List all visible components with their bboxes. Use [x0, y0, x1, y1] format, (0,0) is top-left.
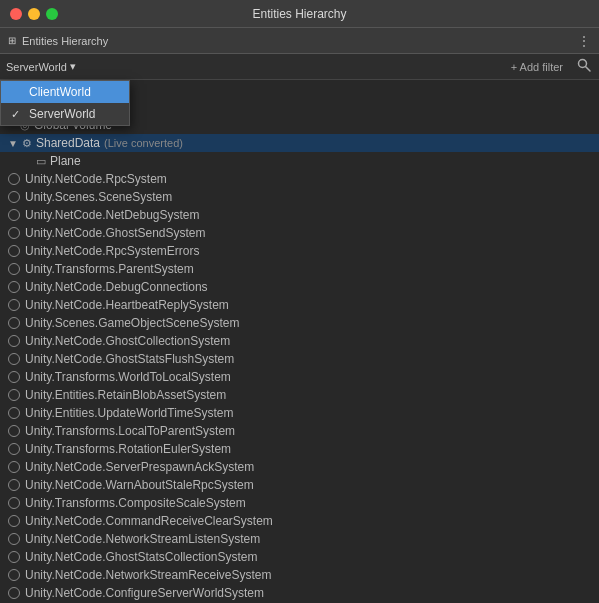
system-circle-icon — [8, 263, 20, 275]
panel-label: Entities Hierarchy — [22, 35, 108, 47]
list-item[interactable]: Unity.Transforms.CompositeScaleSystem — [0, 494, 599, 512]
system-circle-icon — [8, 227, 20, 239]
dropdown-item-clientworld[interactable]: ClientWorld — [1, 81, 129, 103]
list-item[interactable]: Unity.Transforms.RotationEulerSystem — [0, 440, 599, 458]
system-label: Unity.NetCode.HeartbeatReplySystem — [25, 298, 229, 312]
system-circle-icon — [8, 587, 20, 599]
list-item[interactable]: Unity.NetCode.RpcSystem — [0, 170, 599, 188]
system-circle-icon — [8, 335, 20, 347]
system-circle-icon — [8, 371, 20, 383]
check-active-icon: ✓ — [11, 108, 23, 121]
dropdown-item-label: ServerWorld — [29, 107, 95, 121]
list-item[interactable]: Unity.Scenes.SceneSystem — [0, 188, 599, 206]
panel-actions: ⋮ — [577, 33, 591, 49]
live-converted-label: (Live converted) — [104, 137, 183, 149]
system-circle-icon — [8, 533, 20, 545]
system-label: Unity.NetCode.GhostCollectionSystem — [25, 334, 230, 348]
list-item[interactable]: Unity.NetCode.GhostSendSystem — [0, 224, 599, 242]
svg-line-1 — [586, 67, 591, 72]
list-item[interactable]: Unity.NetCode.GhostCollectionSystem — [0, 332, 599, 350]
maximize-button[interactable] — [46, 8, 58, 20]
world-bar-right: + Add filter — [507, 56, 593, 77]
system-circle-icon — [8, 479, 20, 491]
dropdown-item-label: ClientWorld — [29, 85, 91, 99]
search-button[interactable] — [575, 56, 593, 77]
dropdown-item-serverworld[interactable]: ✓ ServerWorld — [1, 103, 129, 125]
search-icon — [577, 58, 591, 72]
shared-data-icon: ⚙ — [22, 137, 32, 150]
list-item[interactable]: Unity.NetCode.HeartbeatReplySystem — [0, 296, 599, 314]
world-name: ServerWorld — [6, 61, 67, 73]
system-label: Unity.NetCode.GhostStatsCollectionSystem — [25, 550, 258, 564]
more-options-icon[interactable]: ⋮ — [577, 33, 591, 49]
system-label: Unity.Entities.UpdateWorldTimeSystem — [25, 406, 234, 420]
minimize-button[interactable] — [28, 8, 40, 20]
system-label: Unity.NetCode.NetDebugSystem — [25, 208, 200, 222]
expand-arrow-icon: ▼ — [8, 138, 20, 149]
list-item[interactable]: Unity.NetCode.ServerPrespawnAckSystem — [0, 458, 599, 476]
system-label: Unity.NetCode.RpcSystemErrors — [25, 244, 200, 258]
panel-label-area: ⊞ Entities Hierarchy — [8, 35, 108, 47]
list-item[interactable]: Unity.NetCode.WarnAboutStaleRpcSystem — [0, 476, 599, 494]
system-label: Unity.Transforms.CompositeScaleSystem — [25, 496, 246, 510]
system-circle-icon — [8, 245, 20, 257]
system-label: Unity.NetCode.NetworkStreamListenSystem — [25, 532, 260, 546]
system-label: Unity.Transforms.ParentSystem — [25, 262, 194, 276]
list-item[interactable]: Unity.Transforms.WorldToLocalSystem — [0, 368, 599, 386]
system-label: Unity.Transforms.LocalToParentSystem — [25, 424, 235, 438]
list-item[interactable]: Unity.Transforms.ParentSystem — [0, 260, 599, 278]
system-circle-icon — [8, 569, 20, 581]
panel-icon: ⊞ — [8, 35, 16, 46]
system-label: Unity.Entities.RetainBlobAssetSystem — [25, 388, 226, 402]
close-button[interactable] — [10, 8, 22, 20]
panel-header: ⊞ Entities Hierarchy ⋮ — [0, 28, 599, 54]
hierarchy-panel[interactable]: 📷 Main Camera ☀ Directional Light ◎ Glob… — [0, 80, 599, 603]
system-circle-icon — [8, 173, 20, 185]
window-title: Entities Hierarchy — [252, 7, 346, 21]
plane-icon: ▭ — [36, 155, 46, 168]
list-item[interactable]: Unity.Entities.UpdateWorldTimeSystem — [0, 404, 599, 422]
system-circle-icon — [8, 497, 20, 509]
system-label: Unity.NetCode.WarnAboutStaleRpcSystem — [25, 478, 254, 492]
window-controls — [10, 8, 58, 20]
list-item[interactable]: Unity.NetCode.NetDebugSystem — [0, 206, 599, 224]
system-circle-icon — [8, 191, 20, 203]
tree-item-plane[interactable]: ▭ Plane — [0, 152, 599, 170]
system-circle-icon — [8, 281, 20, 293]
list-item[interactable]: Unity.NetCode.ConfigureServerWorldSystem — [0, 584, 599, 602]
system-circle-icon — [8, 317, 20, 329]
system-circle-icon — [8, 551, 20, 563]
system-circle-icon — [8, 461, 20, 473]
list-item[interactable]: Unity.Transforms.LocalToParentSystem — [0, 422, 599, 440]
system-circle-icon — [8, 389, 20, 401]
list-item[interactable]: Unity.NetCode.GhostStatsCollectionSystem — [0, 548, 599, 566]
item-label: SharedData — [36, 136, 100, 150]
system-circle-icon — [8, 209, 20, 221]
system-label: Unity.NetCode.DebugConnections — [25, 280, 208, 294]
system-label: Unity.NetCode.NetworkStreamReceiveSystem — [25, 568, 272, 582]
system-circle-icon — [8, 425, 20, 437]
list-item[interactable]: Unity.NetCode.DebugConnections — [0, 278, 599, 296]
dropdown-arrow: ▾ — [70, 60, 76, 73]
list-item[interactable]: Unity.NetCode.GhostStatsFlushSystem — [0, 350, 599, 368]
list-item[interactable]: Unity.NetCode.CommandReceiveClearSystem — [0, 512, 599, 530]
list-item[interactable]: Unity.NetCode.NetworkStreamListenSystem — [0, 530, 599, 548]
system-circle-icon — [8, 407, 20, 419]
title-bar: Entities Hierarchy — [0, 0, 599, 28]
world-dropdown[interactable]: ServerWorld ▾ — [6, 60, 76, 73]
system-label: Unity.NetCode.CommandReceiveClearSystem — [25, 514, 273, 528]
system-label: Unity.NetCode.ServerPrespawnAckSystem — [25, 460, 254, 474]
system-circle-icon — [8, 443, 20, 455]
system-label: Unity.Scenes.SceneSystem — [25, 190, 172, 204]
list-item[interactable]: Unity.NetCode.NetworkStreamReceiveSystem — [0, 566, 599, 584]
add-filter-button[interactable]: + Add filter — [507, 59, 567, 75]
tree-item-shared-data[interactable]: ▼ ⚙ SharedData (Live converted) — [0, 134, 599, 152]
system-label: Unity.NetCode.GhostSendSystem — [25, 226, 206, 240]
system-label: Unity.Transforms.RotationEulerSystem — [25, 442, 231, 456]
item-label: Plane — [50, 154, 81, 168]
list-item[interactable]: Unity.Scenes.GameObjectSceneSystem — [0, 314, 599, 332]
list-item[interactable]: Unity.NetCode.RpcSystemErrors — [0, 242, 599, 260]
system-label: Unity.Transforms.WorldToLocalSystem — [25, 370, 231, 384]
system-circle-icon — [8, 515, 20, 527]
list-item[interactable]: Unity.Entities.RetainBlobAssetSystem — [0, 386, 599, 404]
